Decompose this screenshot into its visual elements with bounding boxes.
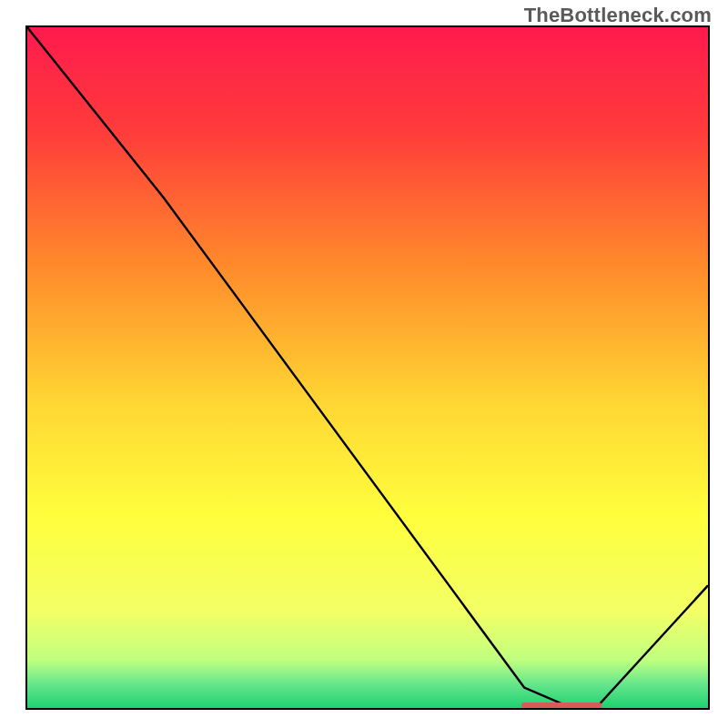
chart-stage: TheBottleneck.com [0,0,728,728]
plot-svg [27,27,708,708]
gradient-background [27,27,708,708]
watermark-text: TheBottleneck.com [524,4,712,27]
plot-frame [25,25,710,710]
